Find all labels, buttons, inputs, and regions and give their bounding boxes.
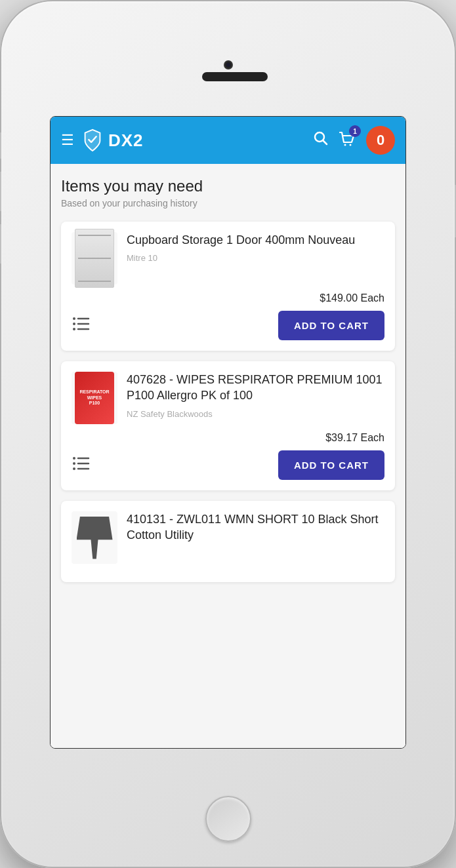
svg-point-7 — [73, 317, 75, 320]
product-supplier-2: NZ Safety Blackwoods — [127, 409, 384, 419]
product-top-1: Cupboard Storage 1 Door 400mm Nouveau Mi… — [72, 232, 384, 285]
hamburger-menu-button[interactable]: ☰ — [61, 132, 74, 149]
side-button-mute — [0, 132, 1, 159]
list-details-icon-1[interactable] — [72, 316, 90, 335]
home-button[interactable] — [205, 796, 251, 842]
product-name-2: 407628 - WIPES RESPIRATOR PREMIUM 1001 P… — [127, 372, 384, 404]
product-bottom-1: ADD TO CART — [72, 311, 384, 340]
main-content: Items you may need Based on your purchas… — [51, 164, 405, 748]
product-info-1: Cupboard Storage 1 Door 400mm Nouveau Mi… — [127, 232, 384, 285]
product-image-2: RESPIRATORWIPESP100 — [72, 372, 117, 424]
shorts-visual — [77, 517, 113, 559]
speaker — [202, 72, 268, 81]
search-button[interactable] — [314, 131, 328, 149]
product-name-1: Cupboard Storage 1 Door 400mm Nouveau — [127, 232, 384, 248]
side-button-vol-down — [0, 224, 1, 264]
add-to-cart-button-2[interactable]: ADD TO CART — [278, 450, 384, 480]
svg-point-9 — [73, 328, 75, 330]
page-subtitle: Based on your purchasing history — [61, 198, 395, 208]
phone-screen: ☰ DX2 — [50, 116, 406, 749]
product-image-3 — [72, 511, 117, 564]
svg-line-1 — [323, 140, 327, 144]
product-card-3: 410131 - ZWL011 WMN SHORT 10 Black Short… — [61, 501, 395, 582]
product-bottom-2: ADD TO CART — [72, 450, 384, 480]
app-header: ☰ DX2 — [51, 117, 405, 164]
svg-point-13 — [73, 457, 75, 460]
add-to-cart-button-1[interactable]: ADD TO CART — [278, 311, 384, 340]
product-name-3: 410131 - ZWL011 WMN SHORT 10 Black Short… — [127, 511, 384, 543]
svg-point-14 — [73, 462, 75, 465]
side-button-vol-up — [0, 172, 1, 211]
product-supplier-1: Mitre 10 — [127, 253, 384, 263]
svg-point-3 — [350, 144, 352, 146]
svg-point-15 — [73, 467, 75, 470]
camera — [224, 60, 233, 69]
logo-text: DX2 — [108, 130, 144, 151]
phone-frame: ☰ DX2 — [0, 0, 456, 868]
svg-point-2 — [344, 144, 346, 146]
product-price-2: $39.17 Each — [72, 432, 384, 444]
logo-shield-icon — [82, 128, 103, 152]
product-card-2: RESPIRATORWIPESP100 407628 - WIPES RESPI… — [61, 361, 395, 490]
page-title: Items you may need — [61, 177, 395, 195]
product-info-3: 410131 - ZWL011 WMN SHORT 10 Black Short… — [127, 511, 384, 564]
user-avatar-button[interactable]: 0 — [366, 126, 395, 155]
cart-button[interactable]: 1 — [339, 130, 356, 150]
product-info-2: 407628 - WIPES RESPIRATOR PREMIUM 1001 P… — [127, 372, 384, 424]
list-details-icon-2[interactable] — [72, 456, 90, 475]
cart-badge: 1 — [349, 125, 361, 137]
product-card-1: Cupboard Storage 1 Door 400mm Nouveau Mi… — [61, 222, 395, 351]
product-top-2: RESPIRATORWIPESP100 407628 - WIPES RESPI… — [72, 372, 384, 424]
product-image-1 — [72, 232, 117, 285]
product-top-3: 410131 - ZWL011 WMN SHORT 10 Black Short… — [72, 511, 384, 564]
logo-container: DX2 — [82, 128, 306, 152]
svg-point-8 — [73, 323, 75, 325]
header-right-actions: 1 0 — [314, 126, 395, 155]
product-price-1: $149.00 Each — [72, 292, 384, 304]
